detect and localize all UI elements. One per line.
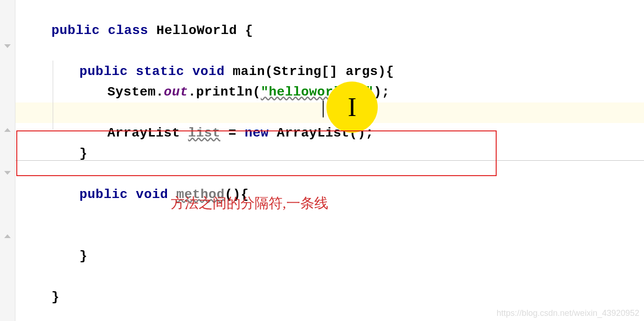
annotation-text: 方法之间的分隔符,一条线 xyxy=(171,194,328,213)
code-editor[interactable]: public class HelloWorld { public static … xyxy=(15,0,644,287)
method-separator-line xyxy=(15,160,644,161)
semicolon: ); xyxy=(374,85,390,99)
code-line[interactable]: } xyxy=(15,266,644,287)
editor-gutter xyxy=(0,0,15,321)
fold-marker-icon[interactable] xyxy=(3,167,12,176)
method-name: main xyxy=(233,64,265,79)
indent-guide xyxy=(53,61,53,130)
ibeam-icon: I xyxy=(348,92,357,122)
code-line[interactable]: public static void main(String[] args){ xyxy=(15,41,644,61)
cursor-highlight-icon: I xyxy=(326,82,378,133)
fold-marker-icon[interactable] xyxy=(3,40,12,49)
equals: = xyxy=(220,126,244,140)
class-name: HelloWorld xyxy=(156,23,237,38)
watermark-text: https://blog.csdn.net/weixin_43920952 xyxy=(497,308,639,318)
type-arraylist: ArrayList xyxy=(107,126,188,140)
code-line[interactable]: } xyxy=(15,225,644,246)
var-list: list xyxy=(188,126,220,140)
keyword-new: new xyxy=(244,126,269,140)
brace-close: } xyxy=(79,249,87,263)
fold-marker-icon[interactable] xyxy=(3,124,12,133)
code-line-empty[interactable] xyxy=(15,246,644,266)
keyword-void: void xyxy=(193,64,225,79)
system-ref: System. xyxy=(107,85,164,99)
keyword-public: public xyxy=(51,23,100,38)
keyword-public: public xyxy=(79,187,128,202)
code-line[interactable]: public void method(){ xyxy=(15,164,644,184)
code-line-empty[interactable] xyxy=(15,143,644,164)
keyword-public: public xyxy=(79,64,128,79)
keyword-class: class xyxy=(108,23,148,38)
params: (String[] args){ xyxy=(265,64,394,79)
keyword-void: void xyxy=(136,187,168,202)
keyword-static: static xyxy=(136,64,184,79)
code-line-empty[interactable] xyxy=(15,205,644,225)
text-cursor xyxy=(323,101,324,117)
println: .println( xyxy=(188,85,261,99)
out-field: out xyxy=(164,85,188,99)
code-line[interactable]: public class HelloWorld { xyxy=(15,0,644,20)
brace-close: } xyxy=(79,146,87,161)
fold-marker-icon[interactable] xyxy=(3,230,12,239)
brace-close: } xyxy=(51,290,59,304)
brace: { xyxy=(237,23,253,38)
